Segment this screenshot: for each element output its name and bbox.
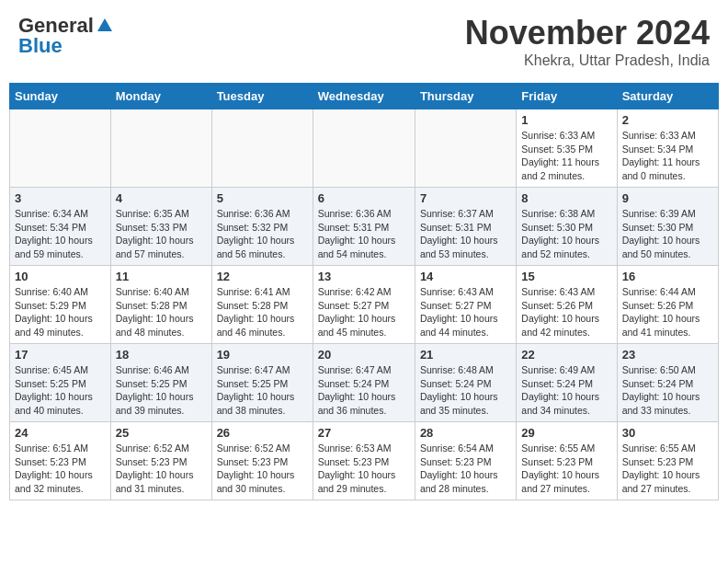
day-info: Sunrise: 6:33 AM Sunset: 5:34 PM Dayligh… — [622, 129, 713, 183]
day-info: Sunrise: 6:51 AM Sunset: 5:23 PM Dayligh… — [15, 442, 106, 496]
calendar-week-row: 3Sunrise: 6:34 AM Sunset: 5:34 PM Daylig… — [10, 188, 719, 266]
day-info: Sunrise: 6:33 AM Sunset: 5:35 PM Dayligh… — [521, 129, 611, 183]
day-number: 2 — [622, 113, 713, 127]
weekday-header-friday: Friday — [517, 84, 617, 109]
calendar-header-row: SundayMondayTuesdayWednesdayThursdayFrid… — [10, 84, 719, 109]
day-info: Sunrise: 6:37 AM Sunset: 5:31 PM Dayligh… — [420, 207, 511, 261]
calendar-day-22: 22Sunrise: 6:49 AM Sunset: 5:24 PM Dayli… — [517, 344, 617, 422]
calendar-day-15: 15Sunrise: 6:43 AM Sunset: 5:26 PM Dayli… — [517, 266, 617, 344]
weekday-header-saturday: Saturday — [617, 84, 718, 109]
day-number: 18 — [116, 348, 207, 362]
day-number: 4 — [116, 191, 207, 205]
calendar-day-empty — [211, 109, 313, 188]
day-info: Sunrise: 6:34 AM Sunset: 5:34 PM Dayligh… — [15, 207, 106, 261]
logo-arrow-icon — [96, 17, 114, 35]
weekday-header-thursday: Thursday — [415, 84, 516, 109]
day-number: 28 — [420, 426, 511, 440]
day-info: Sunrise: 6:47 AM Sunset: 5:24 PM Dayligh… — [318, 363, 410, 418]
day-number: 25 — [116, 426, 207, 440]
calendar-table: SundayMondayTuesdayWednesdayThursdayFrid… — [9, 83, 719, 500]
logo-blue: Blue — [18, 34, 63, 58]
day-info: Sunrise: 6:46 AM Sunset: 5:25 PM Dayligh… — [116, 363, 207, 418]
day-number: 3 — [15, 191, 106, 205]
day-info: Sunrise: 6:41 AM Sunset: 5:28 PM Dayligh… — [217, 285, 308, 339]
calendar-day-empty — [415, 109, 516, 188]
day-info: Sunrise: 6:55 AM Sunset: 5:23 PM Dayligh… — [521, 442, 611, 496]
calendar-day-11: 11Sunrise: 6:40 AM Sunset: 5:28 PM Dayli… — [110, 266, 211, 344]
weekday-header-sunday: Sunday — [10, 84, 111, 109]
calendar-day-25: 25Sunrise: 6:52 AM Sunset: 5:23 PM Dayli… — [110, 422, 211, 500]
day-number: 21 — [420, 348, 511, 362]
day-info: Sunrise: 6:43 AM Sunset: 5:26 PM Dayligh… — [521, 285, 611, 339]
calendar-day-3: 3Sunrise: 6:34 AM Sunset: 5:34 PM Daylig… — [10, 188, 111, 266]
calendar-day-20: 20Sunrise: 6:47 AM Sunset: 5:24 PM Dayli… — [313, 344, 415, 422]
day-info: Sunrise: 6:55 AM Sunset: 5:23 PM Dayligh… — [622, 442, 713, 496]
day-number: 16 — [622, 270, 713, 283]
svg-marker-0 — [97, 18, 112, 31]
calendar-day-6: 6Sunrise: 6:36 AM Sunset: 5:31 PM Daylig… — [313, 188, 415, 266]
calendar-day-9: 9Sunrise: 6:39 AM Sunset: 5:30 PM Daylig… — [617, 188, 718, 266]
day-number: 24 — [15, 426, 106, 440]
calendar-day-30: 30Sunrise: 6:55 AM Sunset: 5:23 PM Dayli… — [617, 422, 718, 500]
calendar-day-28: 28Sunrise: 6:54 AM Sunset: 5:23 PM Dayli… — [415, 422, 516, 500]
day-info: Sunrise: 6:50 AM Sunset: 5:24 PM Dayligh… — [622, 363, 713, 418]
day-info: Sunrise: 6:40 AM Sunset: 5:28 PM Dayligh… — [116, 285, 207, 339]
day-number: 10 — [15, 270, 106, 283]
calendar-day-2: 2Sunrise: 6:33 AM Sunset: 5:34 PM Daylig… — [617, 109, 718, 188]
calendar-day-1: 1Sunrise: 6:33 AM Sunset: 5:35 PM Daylig… — [517, 109, 617, 188]
day-info: Sunrise: 6:52 AM Sunset: 5:23 PM Dayligh… — [217, 442, 308, 496]
day-number: 15 — [521, 270, 611, 283]
day-number: 6 — [318, 191, 410, 205]
day-number: 22 — [521, 348, 611, 362]
calendar-day-12: 12Sunrise: 6:41 AM Sunset: 5:28 PM Dayli… — [211, 266, 313, 344]
day-number: 30 — [622, 426, 713, 440]
location-title: Khekra, Uttar Pradesh, India — [465, 52, 710, 69]
calendar-week-row: 1Sunrise: 6:33 AM Sunset: 5:35 PM Daylig… — [10, 109, 719, 188]
day-info: Sunrise: 6:54 AM Sunset: 5:23 PM Dayligh… — [420, 442, 511, 496]
day-number: 26 — [217, 426, 308, 440]
calendar-day-empty — [10, 109, 111, 188]
day-number: 17 — [15, 348, 106, 362]
title-block: November 2024 Khekra, Uttar Pradesh, Ind… — [465, 14, 710, 69]
day-number: 7 — [420, 191, 511, 205]
calendar-day-14: 14Sunrise: 6:43 AM Sunset: 5:27 PM Dayli… — [415, 266, 516, 344]
day-info: Sunrise: 6:47 AM Sunset: 5:25 PM Dayligh… — [217, 363, 308, 418]
calendar-week-row: 10Sunrise: 6:40 AM Sunset: 5:29 PM Dayli… — [10, 266, 719, 344]
day-number: 9 — [622, 191, 713, 205]
day-info: Sunrise: 6:49 AM Sunset: 5:24 PM Dayligh… — [521, 363, 611, 418]
day-number: 19 — [217, 348, 308, 362]
calendar-day-4: 4Sunrise: 6:35 AM Sunset: 5:33 PM Daylig… — [110, 188, 211, 266]
day-number: 27 — [318, 426, 410, 440]
day-number: 8 — [521, 191, 611, 205]
weekday-header-wednesday: Wednesday — [313, 84, 415, 109]
day-info: Sunrise: 6:45 AM Sunset: 5:25 PM Dayligh… — [15, 363, 106, 418]
page-header: General Blue November 2024 Khekra, Uttar… — [9, 9, 719, 74]
day-number: 11 — [116, 270, 207, 283]
calendar-day-19: 19Sunrise: 6:47 AM Sunset: 5:25 PM Dayli… — [211, 344, 313, 422]
calendar-day-16: 16Sunrise: 6:44 AM Sunset: 5:26 PM Dayli… — [617, 266, 718, 344]
day-number: 20 — [318, 348, 410, 362]
weekday-header-tuesday: Tuesday — [211, 84, 313, 109]
day-info: Sunrise: 6:42 AM Sunset: 5:27 PM Dayligh… — [318, 285, 410, 339]
logo: General Blue — [18, 14, 114, 58]
day-number: 23 — [622, 348, 713, 362]
calendar-day-26: 26Sunrise: 6:52 AM Sunset: 5:23 PM Dayli… — [211, 422, 313, 500]
calendar-day-10: 10Sunrise: 6:40 AM Sunset: 5:29 PM Dayli… — [10, 266, 111, 344]
day-info: Sunrise: 6:36 AM Sunset: 5:32 PM Dayligh… — [217, 207, 308, 261]
calendar-day-empty — [110, 109, 211, 188]
day-info: Sunrise: 6:36 AM Sunset: 5:31 PM Dayligh… — [318, 207, 410, 261]
day-number: 1 — [521, 113, 611, 127]
calendar-day-29: 29Sunrise: 6:55 AM Sunset: 5:23 PM Dayli… — [517, 422, 617, 500]
weekday-header-monday: Monday — [110, 84, 211, 109]
calendar-day-23: 23Sunrise: 6:50 AM Sunset: 5:24 PM Dayli… — [617, 344, 718, 422]
calendar-day-8: 8Sunrise: 6:38 AM Sunset: 5:30 PM Daylig… — [517, 188, 617, 266]
calendar-week-row: 24Sunrise: 6:51 AM Sunset: 5:23 PM Dayli… — [10, 422, 719, 500]
calendar-day-empty — [313, 109, 415, 188]
calendar-day-5: 5Sunrise: 6:36 AM Sunset: 5:32 PM Daylig… — [211, 188, 313, 266]
day-info: Sunrise: 6:44 AM Sunset: 5:26 PM Dayligh… — [622, 285, 713, 339]
calendar-day-17: 17Sunrise: 6:45 AM Sunset: 5:25 PM Dayli… — [10, 344, 111, 422]
day-number: 29 — [521, 426, 611, 440]
day-info: Sunrise: 6:52 AM Sunset: 5:23 PM Dayligh… — [116, 442, 207, 496]
month-title: November 2024 — [465, 14, 710, 52]
calendar-day-13: 13Sunrise: 6:42 AM Sunset: 5:27 PM Dayli… — [313, 266, 415, 344]
